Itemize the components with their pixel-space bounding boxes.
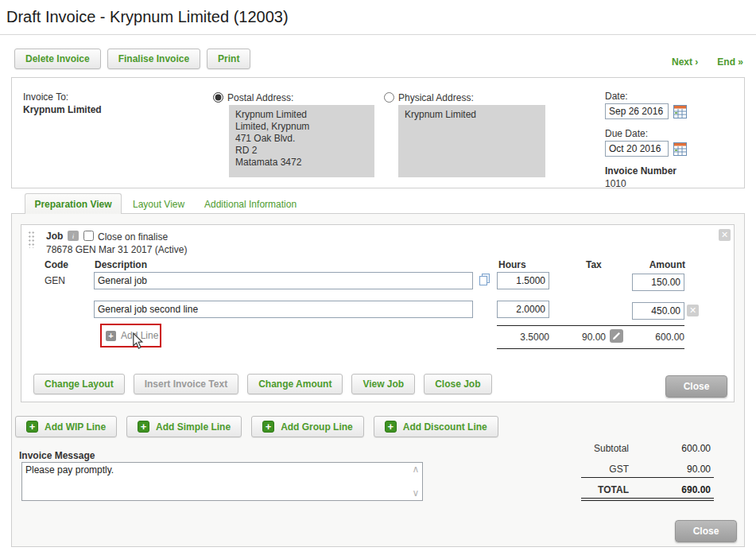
remove-job-icon[interactable]: ✕ bbox=[719, 229, 731, 241]
amount-column-header: Amount bbox=[606, 259, 685, 270]
date-calendar-icon[interactable] bbox=[673, 105, 687, 118]
invoice-to-label: Invoice To: bbox=[23, 91, 68, 103]
hours-input-1[interactable] bbox=[497, 272, 549, 289]
code-column-header: Code bbox=[45, 259, 68, 270]
delete-line-icon[interactable]: ✕ bbox=[687, 305, 699, 316]
invoice-number-value: 1010 bbox=[605, 178, 626, 189]
job-panel: Job i Close on finalise ✕ 78678 GEN Mar … bbox=[21, 224, 735, 402]
close-on-finalise-checkbox[interactable] bbox=[83, 231, 94, 241]
totals-top-rule bbox=[497, 325, 684, 326]
tab-preparation-view[interactable]: Preparation View bbox=[25, 193, 122, 214]
add-discount-line-button[interactable]: + Add Discount Line bbox=[374, 416, 498, 437]
total-value: 690.00 bbox=[631, 484, 711, 495]
date-input[interactable] bbox=[605, 103, 669, 119]
total-tax: 90.00 bbox=[538, 332, 606, 343]
hours-column-header: Hours bbox=[498, 259, 526, 270]
description-column-header: Description bbox=[95, 259, 147, 270]
description-input-1[interactable] bbox=[94, 272, 473, 289]
description-input-2[interactable] bbox=[94, 301, 473, 318]
copy-description-icon[interactable] bbox=[478, 273, 491, 286]
job-details: 78678 GEN Mar 31 2017 (Active) bbox=[46, 244, 187, 255]
end-link[interactable]: End » bbox=[717, 56, 743, 68]
row-code: GEN bbox=[45, 275, 65, 286]
tax-column-header: Tax bbox=[586, 259, 602, 270]
delete-invoice-button[interactable]: Delete Invoice bbox=[14, 49, 101, 69]
physical-address-radio[interactable] bbox=[384, 92, 394, 103]
hours-input-2[interactable] bbox=[497, 301, 549, 318]
postal-line: 471 Oak Blvd. bbox=[235, 133, 368, 145]
postal-line: Krypnum Limited bbox=[235, 109, 368, 121]
pagination-links: Next › End » bbox=[672, 56, 743, 68]
invoice-info-panel: Invoice To: Krypnum Limited Postal Addre… bbox=[11, 77, 745, 188]
next-link[interactable]: Next › bbox=[672, 56, 698, 68]
page-header: Draft Invoice - Krypnum Limited (12003) bbox=[0, 0, 756, 35]
invoice-to-value: Krypnum Limited bbox=[23, 104, 102, 115]
subtotal-value: 600.00 bbox=[631, 443, 711, 454]
postal-address-radio[interactable] bbox=[213, 92, 223, 103]
print-button[interactable]: Print bbox=[207, 49, 250, 69]
gst-label: GST bbox=[565, 464, 629, 475]
job-title: Job bbox=[46, 231, 63, 242]
add-line-button[interactable]: + Add Line bbox=[100, 324, 161, 347]
date-label: Date: bbox=[605, 91, 628, 102]
postal-line: RD 2 bbox=[235, 145, 368, 157]
add-group-line-button[interactable]: + Add Group Line bbox=[251, 416, 364, 437]
job-close-button[interactable]: Close bbox=[665, 375, 727, 398]
invoice-message-label: Invoice Message bbox=[19, 450, 95, 461]
line-actions: + Add WIP Line + Add Simple Line + Add G… bbox=[15, 416, 498, 437]
insert-invoice-text-button[interactable]: Insert Invoice Text bbox=[134, 374, 238, 394]
amount-input-2[interactable] bbox=[632, 302, 684, 320]
total-amount: 600.00 bbox=[605, 332, 684, 343]
page-title: Draft Invoice - Krypnum Limited (12003) bbox=[6, 8, 289, 26]
summary-double-rule-2 bbox=[581, 500, 714, 501]
physical-address-box: Krypnum Limited bbox=[398, 105, 545, 177]
add-wip-line-button[interactable]: + Add WIP Line bbox=[15, 416, 117, 437]
invoice-message-textarea[interactable]: Please pay promptly. bbox=[21, 462, 423, 501]
plus-icon: + bbox=[26, 421, 38, 433]
close-on-finalise-label: Close on finalise bbox=[98, 231, 168, 243]
due-date-calendar-icon[interactable] bbox=[673, 142, 687, 156]
add-discount-line-label: Add Discount Line bbox=[403, 421, 487, 433]
add-simple-line-button[interactable]: + Add Simple Line bbox=[126, 416, 242, 437]
close-job-button[interactable]: Close Job bbox=[424, 374, 491, 394]
info-icon[interactable]: i bbox=[68, 231, 79, 241]
drag-handle[interactable] bbox=[28, 231, 35, 248]
summary-rule bbox=[581, 477, 714, 478]
add-simple-line-label: Add Simple Line bbox=[156, 421, 231, 433]
postal-address-box: Krypnum Limited Limited, Krypnum 471 Oak… bbox=[229, 105, 374, 177]
subtotal-label: Subtotal bbox=[565, 443, 629, 454]
invoice-number-label: Invoice Number bbox=[605, 165, 677, 177]
add-wip-line-label: Add WIP Line bbox=[45, 421, 106, 433]
add-group-line-label: Add Group Line bbox=[281, 421, 353, 433]
due-date-label: Due Date: bbox=[605, 128, 648, 139]
plus-icon: + bbox=[262, 421, 274, 433]
total-hours: 3.5000 bbox=[470, 332, 549, 343]
tab-layout-view[interactable]: Layout View bbox=[133, 199, 184, 210]
change-layout-button[interactable]: Change Layout bbox=[33, 374, 125, 394]
postal-line: Matamata 3472 bbox=[235, 157, 368, 169]
totals-bottom-rule bbox=[497, 348, 684, 349]
add-line-label: Add Line bbox=[121, 330, 158, 341]
postal-address-label: Postal Address: bbox=[227, 92, 293, 103]
due-date-input[interactable] bbox=[605, 141, 669, 157]
draft-invoice-screen: Draft Invoice - Krypnum Limited (12003) … bbox=[0, 0, 756, 559]
gst-value: 90.00 bbox=[631, 464, 711, 475]
toolbar: Delete Invoice Finalise Invoice Print bbox=[14, 49, 250, 69]
finalise-invoice-button[interactable]: Finalise Invoice bbox=[107, 49, 200, 69]
footer-close-button[interactable]: Close bbox=[675, 520, 737, 542]
view-job-button[interactable]: View Job bbox=[351, 374, 415, 394]
amount-input-1[interactable] bbox=[632, 274, 684, 291]
plus-icon: + bbox=[385, 421, 397, 433]
change-amount-button[interactable]: Change Amount bbox=[247, 374, 343, 394]
summary-double-rule-1 bbox=[581, 498, 714, 499]
physical-line: Krypnum Limited bbox=[405, 109, 539, 121]
physical-address-label: Physical Address: bbox=[398, 92, 474, 103]
plus-icon: + bbox=[138, 421, 149, 433]
tab-additional-information[interactable]: Additional Information bbox=[204, 199, 297, 210]
total-label: TOTAL bbox=[565, 484, 629, 495]
preparation-view-panel: Job i Close on finalise ✕ 78678 GEN Mar … bbox=[11, 213, 745, 547]
add-line-plus-icon: + bbox=[106, 331, 116, 341]
postal-line: Limited, Krypnum bbox=[235, 121, 368, 133]
job-actions: Change Layout Insert Invoice Text Change… bbox=[33, 374, 492, 394]
